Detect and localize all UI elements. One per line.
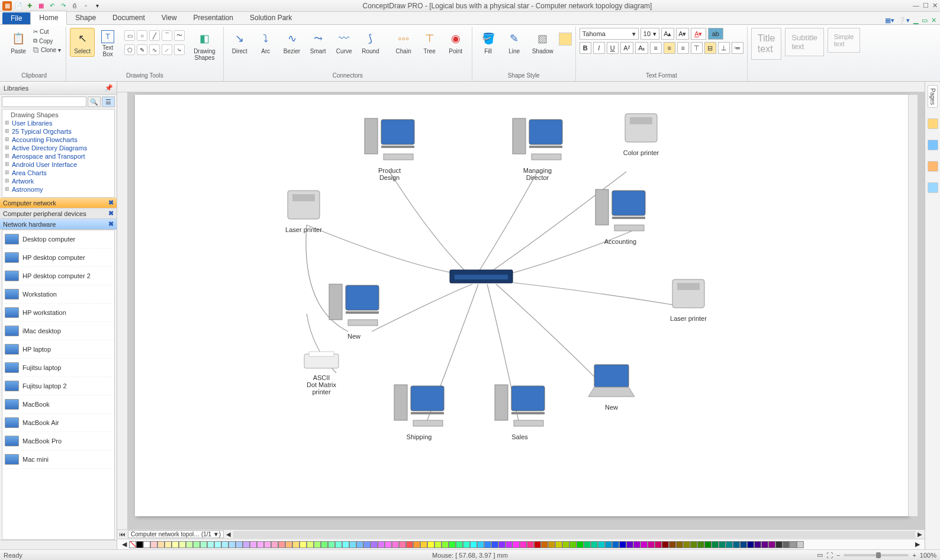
color-swatch[interactable] [790,541,797,548]
color-swatch[interactable] [612,541,619,548]
polygon-tool-icon[interactable]: ⬠ [124,44,135,55]
tree-item[interactable]: Aerospace and Transport [4,152,113,160]
rect-tool-icon[interactable]: ▭ [124,30,135,41]
color-swatch[interactable] [740,541,747,548]
color-swatch[interactable] [221,541,228,548]
underline-icon[interactable]: U [607,42,619,54]
color-swatch[interactable] [236,541,243,548]
qat-more-icon[interactable]: ▾ [92,1,102,11]
align-right-icon[interactable]: ≡ [677,42,689,54]
color-swatch[interactable] [442,541,449,548]
tab-shape[interactable]: Shape [67,11,104,24]
color-swatch[interactable] [704,541,712,548]
paper[interactable]: Product Design Managing Director Color p… [135,95,908,516]
library-tab-network-hardware[interactable]: Network hardware✖ [0,219,117,230]
italic-icon[interactable]: I [593,42,605,54]
color-swatch[interactable] [562,541,569,548]
qat-app-icon[interactable]: ▦ [2,1,12,11]
color-swatch[interactable] [300,541,307,548]
new-1-node[interactable]: New [324,278,384,340]
align-center-icon[interactable]: ≡ [664,42,675,54]
drawing-page[interactable]: Product Design Managing Director Color p… [128,92,925,529]
color-swatch[interactable] [413,541,420,548]
color-swatch[interactable] [491,541,498,548]
tree-item[interactable]: Accounting Flowcharts [4,136,113,144]
color-swatch[interactable] [569,541,577,548]
color-swatch[interactable] [342,541,349,548]
fill-button[interactable]: 🪣Fill [476,28,501,57]
color-swatch[interactable] [143,541,150,548]
accounting-node[interactable]: Accounting [591,184,650,245]
simple-text-style[interactable]: Simple text [828,28,861,53]
tree-item[interactable]: User Libraries [4,119,113,127]
scroll-right-icon[interactable]: ▶ [918,531,922,538]
library-search-input[interactable] [2,96,86,107]
doc-minimize-icon[interactable]: ▁ [913,17,918,24]
file-tab[interactable]: File [2,12,30,24]
color-swatch[interactable] [768,541,775,548]
fit-width-icon[interactable]: ⛶ [826,552,833,559]
sidebar-icon-4[interactable] [928,182,938,193]
color-swatch[interactable] [165,541,172,548]
close-lib-icon[interactable]: ✖ [108,220,114,228]
color-swatch[interactable] [662,541,669,548]
zoom-out-icon[interactable]: − [836,552,840,559]
qat-save-icon[interactable]: ▫ [81,1,91,11]
color-swatch[interactable] [392,541,399,548]
color-swatch[interactable] [271,541,278,548]
color-swatch[interactable] [683,541,690,548]
tree-item[interactable]: Area Charts [4,169,113,177]
color-swatch[interactable] [172,541,179,548]
color-swatch[interactable] [655,541,662,548]
color-swatch[interactable] [349,541,356,548]
color-swatch[interactable] [285,541,292,548]
color-swatch[interactable] [150,541,157,548]
align-left-icon[interactable]: ≡ [650,42,662,54]
pin-icon[interactable]: 📌 [105,84,113,92]
color-swatch[interactable] [427,541,434,548]
color-swatch[interactable] [363,541,371,548]
close-lib-icon[interactable]: ✖ [108,210,114,217]
color-swatch[interactable] [719,541,726,548]
highlight-icon[interactable]: ab [708,28,723,40]
color-swatch[interactable] [534,541,541,548]
sidebar-icon-2[interactable] [928,140,938,150]
arc-tool-icon[interactable]: ⌒ [162,30,172,41]
color-swatch[interactable] [328,541,335,548]
tree-item[interactable]: Android User Interface [4,160,113,169]
product-design-node[interactable]: Product Design [360,112,419,181]
ruler-vertical[interactable] [117,92,128,529]
shape-item[interactable]: Desktop computer [2,230,114,249]
first-page-icon[interactable]: ⏮ [120,531,125,538]
shape-item[interactable]: HP workstation [2,304,114,322]
color-swatch[interactable] [498,541,506,548]
shape-item[interactable]: iMac desktop [2,322,114,340]
color-swatch[interactable] [264,541,271,548]
sidebar-icon-3[interactable] [928,161,938,172]
color-swatch[interactable] [520,541,527,548]
shape-item[interactable]: Fujitsu laptop 2 [2,377,114,395]
color-swatch[interactable] [690,541,697,548]
library-view-button[interactable]: ☰ [102,96,115,107]
doc-close-icon[interactable]: ✕ [931,17,936,24]
tab-solution-park[interactable]: Solution Park [242,11,300,24]
color-swatch[interactable] [250,541,257,548]
color-swatch[interactable] [157,541,165,548]
color-swatch[interactable] [356,541,363,548]
shape-item[interactable]: HP laptop [2,340,114,359]
textbox-button[interactable]: TText Box [96,28,120,60]
select-tool-button[interactable]: ↖Select [70,28,95,57]
canvas-hscroll[interactable] [233,531,915,538]
shape-item[interactable]: MacBook Air [2,414,114,432]
point-button[interactable]: ◉Point [443,28,468,57]
bezier-connector-button[interactable]: ∿Bezier [279,28,304,57]
palette-prev-icon[interactable]: ◀ [120,540,129,548]
library-tab-peripheral[interactable]: Computer peripheral devices✖ [0,208,117,219]
shape-item[interactable]: Workstation [2,285,114,304]
color-swatch[interactable] [761,541,768,548]
color-swatch[interactable] [527,541,534,548]
sidebar-icon-1[interactable] [928,118,938,129]
tree-item[interactable]: Astronomy [4,185,113,194]
subtitle-text-style[interactable]: Subtitle text [785,28,823,56]
color-swatch[interactable] [513,541,520,548]
